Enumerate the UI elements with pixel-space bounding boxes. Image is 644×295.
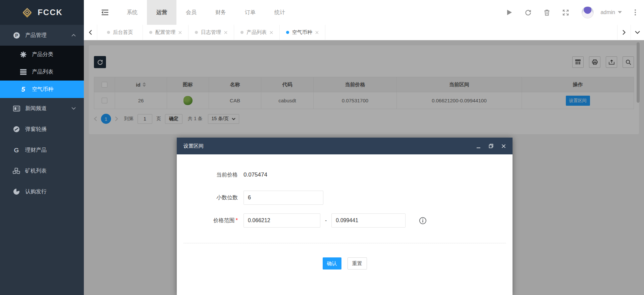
coin-5-icon: 5 — [19, 86, 27, 93]
tab-label: 配置管理 — [155, 29, 175, 36]
tab-dot — [240, 31, 244, 34]
modal-header[interactable]: 设置区间 — [177, 138, 513, 154]
burst-icon — [19, 51, 27, 58]
top-nav: 系统 运营 会员 财务 订单 统计 — [117, 0, 294, 25]
fullscreen-icon[interactable] — [562, 9, 569, 16]
sidebar-submenu-product: 产品分类 产品列表 5 空气币种 — [0, 46, 84, 98]
g-icon: G — [13, 146, 20, 154]
tab-label: 产品列表 — [247, 29, 267, 36]
caret-down-icon — [618, 11, 622, 14]
topbar: 系统 运营 会员 财务 订单 统计 admin — [84, 0, 644, 25]
price-range-row: 价格范围* - — [183, 213, 506, 228]
sidebar: FCCK P 产品管理 产品分类 产品列表 — [0, 0, 84, 295]
current-price-value: 0.075474 — [244, 171, 267, 178]
sidebar-item-miner-list[interactable]: 矿机列表 — [0, 160, 84, 181]
tab-logs[interactable]: 日志管理 — [189, 25, 234, 40]
refresh-icon[interactable] — [525, 9, 531, 16]
set-range-modal: 设置区间 当前价格 0.075474 小数位数 价格范围* - — [177, 138, 513, 295]
confirm-button[interactable]: 确认 — [323, 257, 341, 269]
close-icon[interactable] — [270, 31, 273, 34]
chevron-up-icon — [71, 34, 76, 37]
topnav-item-operations[interactable]: 运营 — [147, 0, 176, 25]
tab-label: 日志管理 — [201, 29, 221, 36]
cubes-icon — [13, 168, 20, 174]
username: admin — [600, 9, 615, 15]
sidebar-item-label: 产品管理 — [25, 32, 47, 39]
tabs-scroll-right-icon[interactable] — [617, 25, 631, 40]
pie-icon — [13, 188, 20, 195]
modal-title: 设置区间 — [183, 143, 204, 149]
topbar-actions: admin — [507, 0, 644, 25]
sidebar-item-label: 矿机列表 — [25, 167, 47, 175]
logo-text: FCCK — [38, 8, 63, 17]
current-price-row: 当前价格 0.075474 — [183, 168, 506, 182]
sidebar-item-label: 认购发行 — [25, 188, 47, 195]
close-icon[interactable] — [315, 31, 319, 34]
tabbar: 后台首页 配置管理 日志管理 产品列表 空气币种 — [84, 25, 644, 40]
sidebar-item-subscription-issue[interactable]: 认购发行 — [0, 181, 84, 202]
minimize-icon[interactable] — [476, 144, 481, 148]
close-icon[interactable] — [178, 31, 182, 34]
range-separator: - — [325, 217, 327, 224]
topnav-item-system[interactable]: 系统 — [117, 0, 147, 25]
play-icon[interactable] — [507, 9, 512, 15]
sidebar-item-news-channel[interactable]: 新闻频道 — [0, 98, 84, 119]
newspaper-icon — [13, 106, 20, 111]
range-min-input[interactable] — [244, 213, 320, 228]
sidebar-item-wealth-products[interactable]: G 理财产品 — [0, 140, 84, 160]
tab-product-list[interactable]: 产品列表 — [234, 25, 280, 40]
sidebar-item-popup-carousel[interactable]: 弹窗轮播 — [0, 119, 84, 140]
current-price-label: 当前价格 — [183, 171, 238, 179]
modal-body: 当前价格 0.075474 小数位数 价格范围* - 确认 重置 — [177, 154, 513, 269]
info-icon[interactable] — [419, 217, 427, 225]
restore-window-icon[interactable] — [489, 144, 493, 148]
list-icon — [19, 69, 27, 75]
user-menu[interactable]: admin — [600, 9, 622, 15]
tab-air-coin[interactable]: 空气币种 — [280, 25, 325, 40]
sidebar-item-product-category[interactable]: 产品分类 — [0, 46, 84, 63]
avatar[interactable] — [582, 6, 594, 18]
sidebar-item-label: 空气币种 — [32, 86, 53, 93]
range-max-input[interactable] — [331, 213, 406, 228]
trash-icon[interactable] — [544, 9, 550, 16]
sidebar-item-label: 产品分类 — [32, 51, 53, 58]
tabs-menu-icon[interactable] — [631, 25, 644, 40]
reset-button[interactable]: 重置 — [347, 257, 367, 269]
p-circle-icon: P — [13, 32, 20, 39]
svg-text:G: G — [14, 147, 19, 154]
sidebar-collapse-icon[interactable] — [101, 9, 109, 15]
tab-dot — [286, 31, 289, 34]
app-logo: FCCK — [0, 0, 84, 25]
sidebar-item-label: 理财产品 — [25, 147, 47, 154]
tab-config[interactable]: 配置管理 — [143, 25, 189, 40]
sidebar-item-product-management[interactable]: P 产品管理 — [0, 25, 84, 46]
decimals-label: 小数位数 — [183, 194, 238, 201]
carousel-icon — [13, 126, 20, 133]
decimals-row: 小数位数 — [183, 191, 506, 205]
tab-label: 后台首页 — [113, 29, 133, 36]
svg-text:5: 5 — [21, 86, 25, 93]
sidebar-item-label: 新闻频道 — [25, 105, 47, 112]
tab-home[interactable]: 后台首页 — [97, 25, 143, 40]
required-asterisk: * — [236, 217, 238, 223]
kebab-menu-icon[interactable] — [635, 9, 636, 15]
close-icon[interactable] — [224, 31, 227, 34]
sidebar-item-air-coin[interactable]: 5 空气币种 — [0, 81, 84, 98]
topnav-item-finance[interactable]: 财务 — [206, 0, 235, 25]
topnav-item-orders[interactable]: 订单 — [235, 0, 265, 25]
svg-text:P: P — [15, 33, 18, 38]
close-icon[interactable] — [501, 144, 506, 148]
sidebar-item-label: 弹窗轮播 — [25, 126, 47, 133]
tabs-scroll-left-icon[interactable] — [84, 25, 97, 40]
topnav-item-statistics[interactable]: 统计 — [265, 0, 294, 25]
logo-diamond-icon — [21, 6, 33, 18]
topnav-item-members[interactable]: 会员 — [176, 0, 206, 25]
sidebar-item-product-list[interactable]: 产品列表 — [0, 63, 84, 81]
price-range-label: 价格范围* — [183, 217, 238, 224]
tab-dot — [195, 31, 198, 34]
chevron-down-icon — [71, 107, 76, 110]
decimals-input[interactable] — [244, 191, 323, 205]
tab-label: 空气币种 — [292, 29, 312, 36]
tab-dot — [107, 31, 110, 34]
tab-dot — [149, 31, 152, 34]
